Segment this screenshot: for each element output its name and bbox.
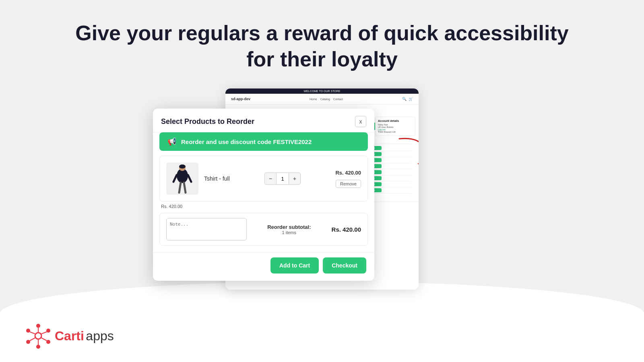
quantity-value: 1 <box>276 173 289 184</box>
product-actions: Rs. 420.00 Remove <box>335 170 361 188</box>
svg-line-6 <box>179 183 181 193</box>
account-balance: ₹500 Reward Gift <box>378 131 413 133</box>
carti-logo-icon <box>24 322 52 350</box>
svg-point-11 <box>46 329 50 333</box>
product-container: Tshirt - full − 1 + Rs. 420.00 Remove <box>159 156 368 202</box>
subtotal-label: Reorder subtotal: <box>252 224 327 230</box>
account-details-title: Account details <box>378 119 413 122</box>
svg-line-20 <box>30 332 35 334</box>
product-name-block: Tshirt - full <box>204 175 230 182</box>
subtotal-price: Rs. 420.00 <box>332 226 361 233</box>
product-image <box>166 162 198 195</box>
modal-header: Select Products to Reorder x <box>153 109 374 132</box>
svg-point-19 <box>26 329 30 333</box>
svg-point-13 <box>46 340 50 344</box>
nav-catalog[interactable]: Catalog <box>320 98 330 101</box>
modal-wrapper: Select Products to Reorder x 📢 Reorder a… <box>153 109 374 281</box>
brand-suffix: apps <box>86 329 114 343</box>
svg-marker-0 <box>417 160 419 167</box>
quantity-decrease-button[interactable]: − <box>265 173 276 184</box>
search-icon[interactable]: 🔍 <box>402 97 407 101</box>
store-topbar: sd-app-dev Home Catalog Contact 🔍 🛒 <box>225 94 419 105</box>
svg-point-3 <box>179 165 186 169</box>
product-info: Tshirt - full − 1 + Rs. 420.00 Remove <box>204 170 361 188</box>
subtotal-section: Reorder subtotal: 1 items Rs. 420.00 <box>159 213 368 246</box>
brand-logo: Carti apps <box>24 322 114 350</box>
svg-point-15 <box>36 345 40 349</box>
quantity-increase-button[interactable]: + <box>289 173 300 184</box>
product-price-below: Rs. 420.00 <box>159 204 368 209</box>
modal-title: Select Products to Reorder <box>161 117 254 126</box>
subtotal-items: 1 items <box>252 230 327 235</box>
red-arrow <box>395 135 419 167</box>
product-svg <box>170 164 194 194</box>
svg-line-7 <box>184 183 186 193</box>
store-logo: sd-app-dev <box>231 97 250 101</box>
modal-footer: Add to Cart Checkout <box>153 252 374 281</box>
subtotal-info: Reorder subtotal: 1 items <box>252 224 327 235</box>
store-nav-icons: 🔍 🛒 <box>402 97 413 101</box>
add-to-cart-button[interactable]: Add to Cart <box>270 257 319 274</box>
megaphone-icon: 📢 <box>167 137 176 146</box>
content-area: WELCOME TO OUR STORE sd-app-dev Home Cat… <box>0 84 644 290</box>
modal-banner-text: Reorder and use discount code FESTIVE202… <box>181 138 312 145</box>
modal-close-button[interactable]: x <box>355 116 366 127</box>
store-nav: Home Catalog Contact <box>310 98 343 101</box>
product-price: Rs. 420.00 <box>335 170 361 176</box>
svg-line-14 <box>41 338 47 341</box>
svg-point-17 <box>26 340 30 344</box>
account-details-panel: Account details Neha Nair LB User Bubble… <box>375 117 415 136</box>
remove-product-button[interactable]: Remove <box>336 180 361 188</box>
svg-line-4 <box>173 175 177 182</box>
nav-home[interactable]: Home <box>310 98 317 101</box>
quantity-control[interactable]: − 1 + <box>264 173 301 185</box>
svg-line-5 <box>188 175 191 182</box>
svg-line-18 <box>30 338 35 341</box>
nav-contact[interactable]: Contact <box>333 98 343 101</box>
cart-icon[interactable]: 🛒 <box>409 97 413 101</box>
note-textarea[interactable] <box>166 218 247 241</box>
svg-point-9 <box>36 324 40 328</box>
product-name: Tshirt - full <box>204 175 230 182</box>
reorder-modal: Select Products to Reorder x 📢 Reorder a… <box>153 109 374 281</box>
headline-section: Give your regulars a reward of quick acc… <box>0 0 644 84</box>
modal-banner: 📢 Reorder and use discount code FESTIVE2… <box>159 132 368 151</box>
svg-point-8 <box>35 333 41 339</box>
headline-line2: for their loyalty <box>246 47 398 71</box>
svg-line-12 <box>41 332 47 334</box>
headline-line1: Give your regulars a reward of quick acc… <box>75 21 568 45</box>
brand-name: Carti <box>55 329 84 343</box>
checkout-button[interactable]: Checkout <box>323 257 366 274</box>
store-announce: WELCOME TO OUR STORE <box>225 88 419 94</box>
